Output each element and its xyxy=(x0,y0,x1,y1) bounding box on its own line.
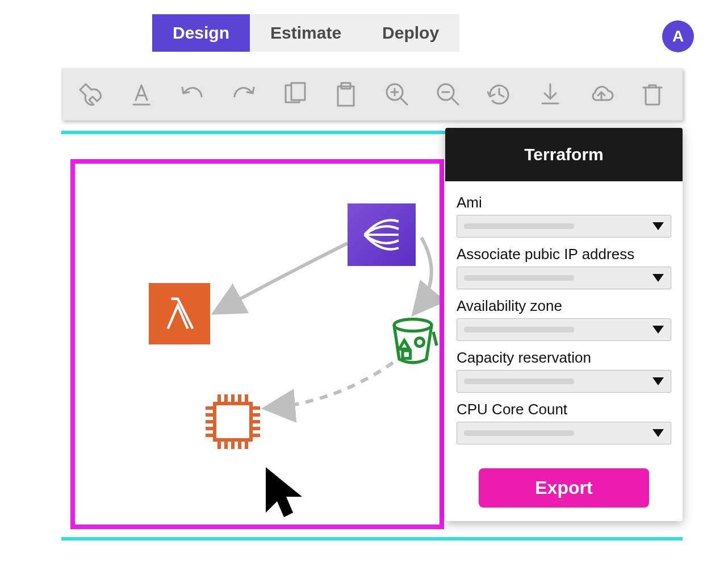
svg-rect-2 xyxy=(291,83,305,100)
text-format-icon[interactable] xyxy=(126,79,157,110)
node-cpu-icon[interactable] xyxy=(199,388,267,458)
export-button[interactable]: Export xyxy=(479,468,649,508)
svg-line-10 xyxy=(451,98,458,105)
panel-body: Ami Associate pubic IP address Availabil… xyxy=(445,181,683,508)
select-placeholder-bar xyxy=(464,275,574,281)
panel-title: Terraform xyxy=(445,128,683,181)
field-label-cpu-core-count: CPU Core Count xyxy=(457,401,671,418)
svg-point-15 xyxy=(394,319,432,331)
field-label-ami: Ami xyxy=(457,194,671,211)
history-icon[interactable] xyxy=(484,79,514,110)
wrench-icon[interactable] xyxy=(75,79,106,110)
undo-icon[interactable] xyxy=(177,79,208,110)
field-label-availability-zone: Availability zone xyxy=(457,297,671,315)
copy-icon[interactable] xyxy=(279,79,310,110)
cursor-icon xyxy=(261,465,307,524)
canvas-selection-frame xyxy=(70,159,444,529)
toolbar xyxy=(61,68,683,120)
chevron-down-icon xyxy=(652,429,664,437)
select-cpu-core-count[interactable] xyxy=(457,422,671,444)
zoom-in-icon[interactable] xyxy=(382,79,412,110)
field-label-capacity-reservation: Capacity reservation xyxy=(457,349,671,367)
select-capacity-reservation[interactable] xyxy=(457,370,671,393)
select-ami[interactable] xyxy=(457,215,671,238)
svg-point-17 xyxy=(416,338,424,347)
tab-bar: Design Estimate Deploy xyxy=(152,14,459,52)
chevron-down-icon xyxy=(652,377,664,385)
chevron-down-icon xyxy=(652,274,664,282)
chevron-down-icon xyxy=(652,326,664,334)
tab-design[interactable]: Design xyxy=(152,14,250,52)
select-placeholder-bar xyxy=(464,223,574,229)
svg-line-6 xyxy=(400,98,407,105)
avatar[interactable]: A xyxy=(662,20,694,52)
select-placeholder-bar xyxy=(464,430,574,436)
tab-estimate[interactable]: Estimate xyxy=(250,14,362,52)
field-label-associate-ip: Associate pubic IP address xyxy=(457,246,671,263)
select-availability-zone[interactable] xyxy=(457,318,671,341)
zoom-out-icon[interactable] xyxy=(433,79,463,110)
tab-deploy[interactable]: Deploy xyxy=(362,14,459,52)
select-associate-ip[interactable] xyxy=(457,267,671,289)
paste-icon[interactable] xyxy=(330,79,361,110)
select-placeholder-bar xyxy=(464,379,574,384)
node-lambda-icon[interactable] xyxy=(149,283,210,344)
properties-panel: Terraform Ami Associate pubic IP address… xyxy=(445,128,683,521)
redo-icon[interactable] xyxy=(228,79,259,110)
download-icon[interactable] xyxy=(535,79,566,110)
trash-icon[interactable] xyxy=(637,79,668,110)
cloud-upload-icon[interactable] xyxy=(586,79,617,110)
design-canvas[interactable] xyxy=(75,164,440,525)
svg-rect-19 xyxy=(215,404,251,440)
svg-marker-16 xyxy=(399,340,409,349)
chevron-down-icon xyxy=(652,222,664,230)
node-kinesis-icon[interactable] xyxy=(348,203,416,266)
select-placeholder-bar xyxy=(464,327,574,332)
svg-rect-18 xyxy=(403,351,411,359)
node-bucket-icon[interactable] xyxy=(387,315,438,368)
